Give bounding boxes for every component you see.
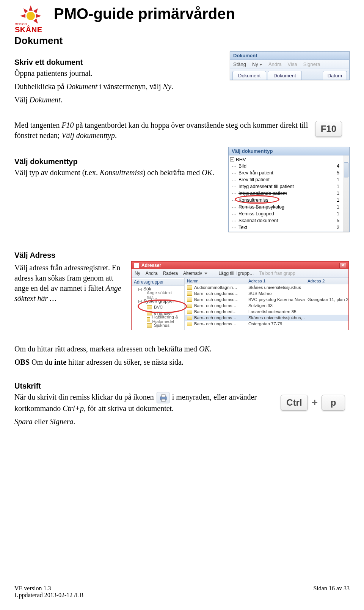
skriv-p3: Välj Dokument.	[14, 95, 223, 105]
table-row[interactable]: Audionommottagnin…Skånes universitetssju…	[185, 284, 348, 290]
adresser-title: Adresser	[141, 263, 161, 268]
valj-adress-p: Välj adress från adressregistret. En adr…	[14, 263, 124, 304]
toolbar-signera[interactable]: Signera	[303, 61, 320, 67]
col-namn[interactable]: Namn	[185, 278, 246, 284]
after-addr-p2: OBS Om du inte hittar adressen du söker,…	[14, 357, 350, 367]
pane-titlebar: Dokument	[230, 52, 349, 60]
skriv-p1: Öppna patientens journal.	[14, 68, 223, 78]
heading-skriv: Skriv ett dokument	[14, 58, 223, 67]
plus-icon: +	[312, 397, 318, 409]
f10-key-icon: F10	[315, 121, 342, 137]
page-footer: VE version 1.3 Uppdaterad 2013-02-12 /LB…	[14, 585, 350, 599]
footer-page-num: Sidan 16 av 33	[313, 585, 350, 592]
tree-item[interactable]: ⋯Intyg adresserat till patient1	[229, 183, 349, 190]
tree-title: Välj dokumenttyp	[229, 147, 349, 155]
tree-item[interactable]: ⋯Remiss Logoped1	[229, 210, 349, 217]
tree-root[interactable]: − BHV	[229, 156, 349, 163]
tree-item[interactable]: ⋯Skannat dokument5	[229, 217, 349, 224]
chevron-down-icon	[204, 273, 207, 274]
tree-item[interactable]: ⋯Brev från patient5	[229, 169, 349, 176]
logo-main-text: SKÅNE	[15, 26, 47, 33]
region-skane-logo: REGION SKÅNE	[14, 3, 47, 33]
p-key-icon: p	[322, 395, 345, 411]
tree-item[interactable]: ⋯Bild4	[229, 163, 349, 169]
table-row[interactable]: Barn- och ungdomsc…BVC-psykolog Katerina…	[185, 296, 348, 303]
toolbar-stang[interactable]: Stäng	[233, 61, 246, 67]
tab-datum[interactable]: Datum	[323, 71, 347, 80]
tree-item[interactable]: ⋯Text2	[229, 224, 349, 231]
utskrift-p: När du skrivit din remiss klickar du på …	[14, 392, 274, 414]
svg-rect-2	[162, 395, 165, 397]
tab-dokument-2[interactable]: Dokument	[268, 71, 301, 80]
table-row[interactable]: Barn- och ungdomsc…SUS Malmö	[185, 290, 348, 296]
toolbar-ny[interactable]: Ny	[252, 61, 262, 67]
after-addr-p1: Om du hittar rätt adress, markera adress…	[14, 344, 350, 354]
adresser-table: Namn Adress 1 Adress 2 Audionommottagnin…	[185, 278, 348, 330]
table-row[interactable]: Barn- och ungdoms…Solvägen 33	[185, 303, 348, 309]
toolbar-andra2[interactable]: Ändra	[146, 271, 158, 276]
tree-item[interactable]: ⋯Intyg angående patient1	[229, 190, 349, 197]
footer-version: VE version 1.3	[14, 585, 83, 592]
valj-dokumenttyp-p: Välj typ av dokument (t.ex. Konsultremis…	[14, 168, 221, 178]
adresser-sidebar: Adressgrupper −Sök Ange söktext här… −Sy…	[132, 278, 185, 330]
footer-updated: Uppdaterad 2013-02-12 /LB	[14, 592, 83, 599]
sidebar-folder-item[interactable]: Habilitering & Hjälpmedel	[132, 316, 184, 322]
tree-item[interactable]: ⋯Brev till patient1	[229, 176, 349, 183]
adresser-window: Adresser ✕ Ny Ändra Radera Alternativ Lä…	[131, 261, 349, 330]
toolbar-laggtill[interactable]: Lägg till i grupp…	[218, 271, 254, 276]
toolbar-ny2[interactable]: Ny	[135, 271, 140, 276]
col-adress1[interactable]: Adress 1	[246, 278, 305, 284]
svg-rect-3	[162, 399, 165, 401]
scrollbar[interactable]	[343, 155, 349, 232]
sidebar-folder-item[interactable]: BVC	[132, 304, 184, 310]
valj-dokumenttyp-pane: Välj dokumenttyp − BHV ⋯Bild4⋯Brev från …	[228, 147, 350, 232]
section-heading-dokument: Dokument	[14, 35, 350, 47]
page-title: PMO-guide primärvården	[54, 3, 350, 22]
tree-item[interactable]: ⋯Remiss Barnpsykolog1	[229, 204, 349, 210]
toolbar-visa[interactable]: Visa	[288, 61, 297, 67]
sun-icon	[18, 3, 44, 24]
toolbar-andra[interactable]: Ändra	[268, 61, 282, 67]
app-icon	[134, 263, 139, 268]
close-icon[interactable]: ✕	[339, 263, 346, 268]
heading-utskrift: Utskrift	[14, 382, 274, 390]
table-row[interactable]: Barn- och ungdoms…Östergatan 77-79	[185, 321, 348, 327]
collapse-icon[interactable]: −	[230, 157, 234, 162]
heading-valj-dokumenttyp: Välj dokumenttyp	[14, 157, 221, 166]
chevron-down-icon	[259, 64, 262, 66]
ctrl-key-icon: Ctrl	[281, 395, 308, 411]
toolbar-tabort: Ta bort från grupp	[259, 271, 295, 276]
print-icon	[157, 392, 169, 403]
adressgrupper-header: Adressgrupper	[132, 279, 184, 286]
col-adress2[interactable]: Adress 2	[305, 278, 348, 284]
pane-toolbar: Stäng Ny Ändra Visa Signera	[230, 60, 349, 69]
toolbar-radera[interactable]: Radera	[163, 271, 178, 276]
tree-item[interactable]: ⋯Konsultremiss1	[229, 197, 349, 204]
adresser-toolbar: Ny Ändra Radera Alternativ Lägg till i g…	[132, 269, 348, 278]
table-row[interactable]: Barn- och ungdmed…Lasarettsboulevarden 3…	[185, 309, 348, 315]
ctrl-p-shortcut: Ctrl + p	[281, 395, 345, 411]
toolbar-alternativ[interactable]: Alternativ	[183, 271, 207, 276]
tab-dokument-1[interactable]: Dokument	[232, 71, 266, 80]
svg-point-0	[27, 12, 35, 20]
table-row[interactable]: Barn- och ungdoms…Skånes universitetssju…	[185, 315, 348, 321]
search-input-row[interactable]: Ange söktext här…	[132, 292, 184, 298]
skriv-p2: Dubbelklicka på Dokument i vänstermenyn,…	[14, 82, 223, 92]
pmo-dokument-pane: Dokument Stäng Ny Ändra Visa Signera Dok…	[230, 51, 350, 80]
spara-signera: Spara eller Signera.	[14, 417, 274, 427]
f10-paragraph: Med tangenten F10 på tangentbordet kan d…	[14, 120, 308, 141]
heading-valj-adress: Välj Adress	[14, 251, 350, 260]
